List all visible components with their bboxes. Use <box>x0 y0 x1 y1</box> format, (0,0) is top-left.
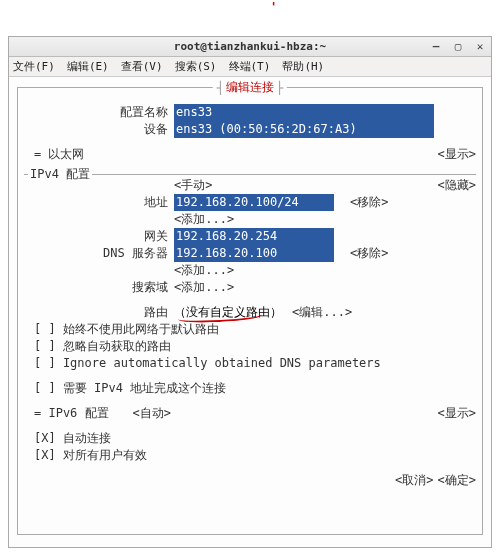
ethernet-show-button[interactable]: <显示> <box>438 146 476 163</box>
close-button[interactable]: ✕ <box>473 40 487 53</box>
dns-field[interactable]: 192.168.20.100 <box>174 245 334 262</box>
ipv6-section[interactable]: = IPv6 配置 <box>24 405 109 422</box>
menu-edit[interactable]: 编辑(E) <box>67 59 109 74</box>
profile-name-label: 配置名称 <box>24 104 174 121</box>
ok-button[interactable]: <确定> <box>438 472 476 489</box>
menu-view[interactable]: 查看(V) <box>121 59 163 74</box>
routes-label: 路由 <box>24 304 174 321</box>
address-remove-button[interactable]: <移除> <box>350 194 388 211</box>
ipv4-label: IPv4 配置 <box>28 166 92 183</box>
ipv6-show-button[interactable]: <显示> <box>438 405 476 422</box>
menubar: 文件(F) 编辑(E) 查看(V) 搜索(S) 终端(T) 帮助(H) <box>9 57 491 77</box>
dns-remove-button[interactable]: <移除> <box>350 245 388 262</box>
minimize-button[interactable]: — <box>429 40 443 53</box>
dns-add-button[interactable]: <添加...> <box>174 262 234 279</box>
cb-no-default-route[interactable]: [ ] 始终不使用此网络于默认路由 <box>24 321 219 338</box>
cb-auto-connect[interactable]: [X] 自动连接 <box>24 430 111 447</box>
menu-file[interactable]: 文件(F) <box>13 59 55 74</box>
cb-ignore-auto-dns[interactable]: [ ] Ignore automatically obtained DNS pa… <box>24 355 381 372</box>
ipv4-mode-select[interactable]: <手动> <box>174 177 212 194</box>
cb-all-users[interactable]: [X] 对所有用户有效 <box>24 447 147 464</box>
dns-label: DNS 服务器 <box>24 245 174 262</box>
menu-terminal[interactable]: 终端(T) <box>229 59 271 74</box>
window-title: root@tianzhankui-hbza:~ <box>174 40 326 53</box>
red-mark: ' <box>270 0 277 14</box>
nmtui-dialog: ┤编辑连接├ 配置名称 ens33 设备 ens33 (00:50:56:2D:… <box>17 87 483 535</box>
ipv4-hide-button[interactable]: <隐藏> <box>438 177 476 194</box>
address-field[interactable]: 192.168.20.100/24 <box>174 194 334 211</box>
search-domain-label: 搜索域 <box>24 279 174 296</box>
terminal-body: ┤编辑连接├ 配置名称 ens33 设备 ens33 (00:50:56:2D:… <box>9 77 491 547</box>
ipv4-section: IPv4 配置 <手动> <隐藏> 地址 192.168.20.100/24 <… <box>24 174 476 397</box>
address-label: 地址 <box>24 194 174 211</box>
device-field[interactable]: ens33 (00:50:56:2D:67:A3) <box>174 121 434 138</box>
menu-help[interactable]: 帮助(H) <box>282 59 324 74</box>
gateway-field[interactable]: 192.168.20.254 <box>174 228 334 245</box>
cb-require-ipv4[interactable]: [ ] 需要 IPv4 地址完成这个连接 <box>24 380 226 397</box>
cancel-button[interactable]: <取消> <box>395 472 433 489</box>
profile-name-field[interactable]: ens33 <box>174 104 434 121</box>
titlebar: root@tianzhankui-hbza:~ — ▢ ✕ <box>9 37 491 57</box>
address-add-button[interactable]: <添加...> <box>174 211 234 228</box>
search-add-button[interactable]: <添加...> <box>174 279 234 296</box>
dialog-title: ┤编辑连接├ <box>213 79 287 96</box>
maximize-button[interactable]: ▢ <box>451 40 465 53</box>
ipv6-mode-select[interactable]: <自动> <box>133 405 171 422</box>
cb-ignore-auto-routes[interactable]: [ ] 忽略自动获取的路由 <box>24 338 171 355</box>
menu-search[interactable]: 搜索(S) <box>175 59 217 74</box>
device-label: 设备 <box>24 121 174 138</box>
routes-text: （没有自定义路由） <box>174 304 282 321</box>
routes-edit-button[interactable]: <编辑...> <box>292 304 352 321</box>
terminal-window: root@tianzhankui-hbza:~ — ▢ ✕ 文件(F) 编辑(E… <box>8 36 492 548</box>
gateway-label: 网关 <box>24 228 174 245</box>
ethernet-section[interactable]: = 以太网 <box>24 146 84 163</box>
